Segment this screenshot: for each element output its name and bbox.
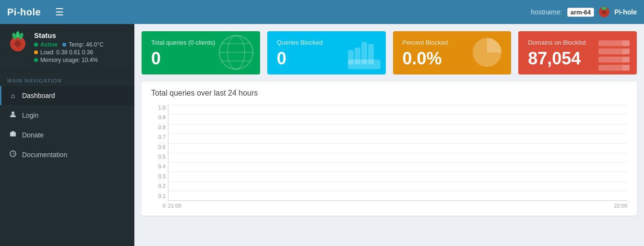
pie-chart-icon xyxy=(468,33,506,74)
sidebar: Status Active Temp: 46.0°C Load: 0.38 0.… xyxy=(0,24,134,246)
chart-canvas xyxy=(168,105,627,201)
y-label-09: 0.9 xyxy=(158,114,166,120)
y-label-00: 0 xyxy=(163,203,166,209)
grid-line-02 xyxy=(168,181,627,182)
stat-card-total-queries: Total queries (0 clients) 0 xyxy=(142,31,260,74)
memory-dot xyxy=(34,58,38,62)
stats-cards-row: Total queries (0 clients) 0 Queries xyxy=(142,31,637,74)
y-label-04: 0.4 xyxy=(158,163,166,169)
svg-point-12 xyxy=(13,39,16,42)
grid-line-06 xyxy=(168,143,627,144)
grid-line-05 xyxy=(168,153,627,153)
nav-section-label: MAIN NAVIGATION xyxy=(0,72,134,86)
y-label-01: 0.1 xyxy=(158,193,166,199)
sidebar-item-dashboard[interactable]: ⌂ Dashboard xyxy=(0,86,134,105)
y-label-05: 0.5 xyxy=(158,154,166,160)
y-label-03: 0.3 xyxy=(158,173,166,179)
app-brand: Pi-hole xyxy=(7,7,41,18)
y-label-02: 0.2 xyxy=(158,183,166,189)
svg-text:P: P xyxy=(12,133,14,136)
sidebar-item-dashboard-label: Dashboard xyxy=(22,92,55,99)
status-title: Status xyxy=(34,31,127,39)
memory-row: Memory usage: 10.4% xyxy=(34,57,127,63)
sidebar-item-donate-label: Donate xyxy=(22,131,44,139)
svg-point-14 xyxy=(13,45,16,48)
grid-line-09 xyxy=(168,114,627,115)
y-label-08: 0.8 xyxy=(158,124,166,130)
load-row: Load: 0.38 0.61 0.36 xyxy=(34,49,127,56)
navbar-pihole-name: Pi-hole xyxy=(614,8,637,16)
queries-chart-box: Total queries over last 24 hours 1.0 0.9… xyxy=(142,82,637,216)
svg-rect-39 xyxy=(622,65,630,71)
svg-point-13 xyxy=(19,39,22,42)
svg-point-16 xyxy=(12,111,14,114)
sidebar-item-documentation[interactable]: ? Documentation xyxy=(0,145,134,164)
load-dot xyxy=(34,50,38,54)
queries-blocked-label: Queries Blocked xyxy=(277,39,322,46)
load-label: Load: 0.38 0.61 0.36 xyxy=(40,49,93,56)
stat-card-queries-blocked: Queries Blocked 0 xyxy=(267,31,386,74)
grid-line-08 xyxy=(168,124,627,124)
status-info: Status Active Temp: 46.0°C Load: 0.38 0.… xyxy=(34,31,127,64)
documentation-icon: ? xyxy=(9,150,17,159)
hand-icon xyxy=(347,33,381,74)
navbar-right: hostname: arm-64 Pi-hole xyxy=(531,7,637,17)
top-navbar: Pi-hole ☰ hostname: arm-64 Pi-hole xyxy=(0,0,644,24)
status-active-row: Active Temp: 46.0°C xyxy=(34,41,127,48)
total-queries-value: 0 xyxy=(151,50,215,67)
sidebar-item-login-label: Login xyxy=(22,111,38,119)
list-icon xyxy=(596,38,632,74)
percent-blocked-value: 0.0% xyxy=(403,50,448,67)
grid-line-04 xyxy=(168,162,627,162)
hostname-value: arm-64 xyxy=(567,8,595,17)
sidebar-item-documentation-label: Documentation xyxy=(22,151,67,159)
grid-line-07 xyxy=(168,134,627,134)
total-queries-label: Total queries (0 clients) xyxy=(151,39,215,46)
chart-title: Total queries over last 24 hours xyxy=(151,89,627,98)
domains-blocklist-value: 87,054 xyxy=(528,50,586,67)
stat-card-percent-blocked: Percent Blocked 0.0% xyxy=(393,31,512,74)
sidebar-item-login[interactable]: Login xyxy=(0,105,134,125)
login-icon xyxy=(9,111,17,119)
svg-point-15 xyxy=(19,45,22,48)
grid-line-03 xyxy=(168,172,627,172)
x-label-right: 22:00 xyxy=(614,203,627,209)
chart-area-wrapper: 21:00 22:00 xyxy=(168,105,627,209)
x-label-left: 21:00 xyxy=(168,203,181,209)
svg-rect-38 xyxy=(622,57,630,62)
svg-rect-36 xyxy=(622,40,630,46)
grid-line-10 xyxy=(168,105,627,105)
queries-blocked-value: 0 xyxy=(277,50,322,67)
grid-line-01 xyxy=(168,191,627,191)
svg-rect-30 xyxy=(348,60,381,69)
domains-blocklist-label: Domains on Blocklist xyxy=(528,39,586,46)
chart-y-axis: 1.0 0.9 0.8 0.7 0.6 0.5 0.4 0.3 0.2 0.1 … xyxy=(151,105,168,209)
stat-card-domains-blocklist: Domains on Blocklist 87,054 xyxy=(518,31,637,74)
dashboard-icon: ⌂ xyxy=(9,92,17,99)
svg-point-9 xyxy=(16,31,20,38)
hostname-label: hostname: xyxy=(531,8,562,16)
globe-icon xyxy=(217,33,255,74)
percent-blocked-label: Percent Blocked xyxy=(403,39,448,46)
sidebar-status: Status Active Temp: 46.0°C Load: 0.38 0.… xyxy=(0,24,134,72)
raspberry-nav-icon xyxy=(599,7,609,17)
raspberry-sidebar-icon xyxy=(7,31,28,52)
memory-label: Memory usage: 10.4% xyxy=(40,57,98,63)
nav-toggle-button[interactable]: ☰ xyxy=(50,4,69,20)
status-active-text: Active xyxy=(40,41,58,48)
donate-icon: P xyxy=(9,131,17,139)
chart-x-axis: 21:00 22:00 xyxy=(168,203,627,209)
temp-dot xyxy=(62,43,66,47)
y-label-10: 1.0 xyxy=(158,105,166,111)
svg-text:?: ? xyxy=(12,152,15,157)
svg-rect-37 xyxy=(622,49,630,54)
main-content: Total queries (0 clients) 0 Queries xyxy=(134,24,644,246)
sidebar-item-donate[interactable]: P Donate xyxy=(0,125,134,145)
y-label-06: 0.6 xyxy=(158,144,166,150)
temp-label: Temp: 46.0°C xyxy=(69,41,104,48)
svg-point-6 xyxy=(604,7,605,10)
y-label-07: 0.7 xyxy=(158,134,166,140)
active-dot xyxy=(34,43,38,47)
